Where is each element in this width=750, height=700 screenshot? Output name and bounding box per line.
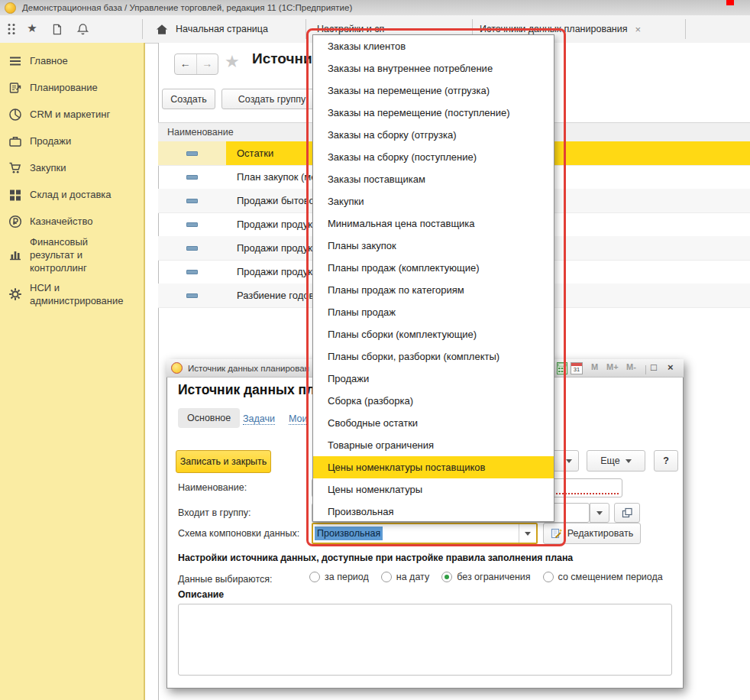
sidebar-item-main[interactable]: Главное xyxy=(0,47,144,74)
tab-home[interactable]: Начальная страница xyxy=(144,15,316,43)
schema-dropdown-button[interactable] xyxy=(519,524,536,543)
dropdown-item[interactable]: Заказы клиентов xyxy=(313,35,554,57)
more-actions-button[interactable]: Еще xyxy=(587,450,645,472)
planning-source-type-dropdown: Заказы клиентов Заказы на внутреннее пот… xyxy=(312,34,554,522)
create-group-button-label: Создать группу xyxy=(238,94,305,105)
dropdown-item[interactable]: Минимальная цена поставщика xyxy=(313,212,554,235)
dropdown-item[interactable]: Цены номенклатуры xyxy=(313,478,554,501)
window-title: Демонстрационная база / Управление торго… xyxy=(22,3,352,12)
tab-close-icon[interactable]: × xyxy=(635,24,642,35)
window-close-fragment[interactable] xyxy=(726,0,734,5)
memory-subtract-button[interactable]: M- xyxy=(626,362,636,371)
dropdown-item[interactable]: Планы продаж xyxy=(313,301,554,323)
radio-label: со смещением периода xyxy=(558,572,663,582)
nav-history-buttons: ← → xyxy=(174,53,218,75)
notifications-bell-icon[interactable] xyxy=(75,21,90,37)
create-button[interactable]: Создать xyxy=(162,89,215,109)
sidebar-item-planning[interactable]: Планирование xyxy=(0,74,144,101)
dropdown-item[interactable]: Закупки xyxy=(313,190,554,212)
dropdown-item[interactable]: Свободные остатки xyxy=(313,412,554,434)
sidebar-item-label: Главное xyxy=(30,55,68,66)
group-dropdown-button[interactable] xyxy=(590,503,609,523)
item-dash-icon xyxy=(186,151,198,156)
radio-option-period[interactable]: за период xyxy=(309,572,369,582)
sections-panel-icon[interactable] xyxy=(5,21,20,37)
chevron-down-icon xyxy=(566,459,572,466)
data-select-label: Данные выбираются: xyxy=(178,574,272,585)
sidebar-item-label: Планирование xyxy=(30,82,98,93)
radio-label: без ограничения xyxy=(457,572,530,582)
dropdown-item[interactable]: Заказы на перемещение (поступление) xyxy=(313,102,554,124)
schema-combobox[interactable]: Произвольная xyxy=(312,523,538,544)
radio-option-date[interactable]: на дату xyxy=(381,572,429,582)
favorites-icon[interactable]: ★ xyxy=(24,21,40,36)
dialog-title: Источник данных планирован xyxy=(188,364,309,373)
create-group-button[interactable]: Создать группу xyxy=(221,89,322,109)
radio-option-no-limit[interactable]: без ограничения xyxy=(441,572,530,582)
treasury-icon xyxy=(8,214,23,229)
dropdown-item[interactable]: Планы продаж (комплектующие) xyxy=(313,257,554,279)
item-dash-icon xyxy=(186,246,198,251)
favorite-star-icon[interactable]: ★ xyxy=(225,52,240,72)
memory-add-button[interactable]: M+ xyxy=(606,362,619,371)
dropdown-item[interactable]: Товарные ограничения xyxy=(313,434,554,456)
sidebar-item-treasury[interactable]: Казначейство xyxy=(0,208,144,235)
dialog-tab-main[interactable]: Основное xyxy=(178,408,240,428)
calculator-icon[interactable] xyxy=(557,362,567,374)
dropdown-item[interactable]: Планы сборки, разборки (комплекты) xyxy=(313,345,554,368)
dialog-tab-tasks[interactable]: Задачи xyxy=(243,413,275,425)
create-button-label: Создать xyxy=(170,94,207,105)
edit-schema-label: Редактировать xyxy=(567,528,633,539)
group-open-button[interactable] xyxy=(614,503,640,523)
dropdown-item[interactable]: Заказы на сборку (отгрузка) xyxy=(313,124,554,146)
item-dash-icon xyxy=(186,270,198,274)
sidebar-item-label: Продажи xyxy=(30,135,71,147)
item-dash-icon xyxy=(186,199,198,203)
dialog-maximize-button[interactable]: □ xyxy=(651,361,657,373)
planning-icon xyxy=(8,80,23,96)
dropdown-item[interactable]: Заказы на внутреннее потребление xyxy=(313,57,554,79)
sidebar-item-crm[interactable]: CRM и маркетинг xyxy=(0,101,144,128)
dropdown-item[interactable]: Сборка (разборка) xyxy=(313,390,554,412)
help-button[interactable]: ? xyxy=(654,450,678,472)
history-icon[interactable] xyxy=(49,21,64,37)
radio-option-period-shift[interactable]: со смещением периода xyxy=(543,572,663,582)
dialog-tab-main-label: Основное xyxy=(187,413,231,423)
save-and-close-button[interactable]: Записать и закрыть xyxy=(176,450,271,473)
memory-recall-button[interactable]: M xyxy=(591,362,598,371)
description-textarea[interactable] xyxy=(178,604,672,676)
sales-icon xyxy=(8,134,23,149)
menu-icon xyxy=(8,53,23,69)
window-titlebar: Демонстрационная база / Управление торго… xyxy=(0,0,750,16)
dropdown-item[interactable]: Планы сборки (комплектующие) xyxy=(313,323,554,345)
dialog-close-button[interactable]: × xyxy=(668,361,674,373)
sidebar-item-sales[interactable]: Продажи xyxy=(0,128,144,154)
dropdown-item[interactable]: Произвольная xyxy=(313,501,554,523)
sidebar-item-admin[interactable]: НСИ и администрирование xyxy=(0,274,144,314)
calendar-icon[interactable]: 31 xyxy=(571,362,583,374)
sidebar-item-label: CRM и маркетинг xyxy=(30,109,110,120)
calendar-day-label: 31 xyxy=(571,366,582,374)
edit-schema-button[interactable]: Редактировать xyxy=(543,523,641,544)
sidebar-item-warehouse[interactable]: Склад и доставка xyxy=(0,181,144,208)
dropdown-item[interactable]: Планы закупок xyxy=(313,235,554,257)
back-button[interactable]: ← xyxy=(175,54,197,74)
sidebar-item-label: Казначейство xyxy=(30,216,92,227)
forward-button[interactable]: → xyxy=(197,54,218,74)
dropdown-item[interactable]: Планы продаж по категориям xyxy=(313,279,554,301)
sidebar-item-purchases[interactable]: Закупки xyxy=(0,154,144,181)
dropdown-item[interactable]: Заказы на сборку (поступление) xyxy=(313,146,554,168)
sections-sidebar: Главное Планирование CRM и маркетинг Про… xyxy=(0,43,145,700)
magic-wand-icon xyxy=(551,527,563,540)
dropdown-item[interactable]: Заказы поставщикам xyxy=(313,168,554,190)
dropdown-item[interactable]: Продажи xyxy=(313,368,554,390)
schema-selected-value: Произвольная xyxy=(315,527,383,540)
dropdown-item-highlighted[interactable]: Цены номенклатуры поставщиков xyxy=(313,456,554,478)
dropdown-item[interactable]: Заказы на перемещение (отгрузка) xyxy=(313,79,554,102)
schema-field-label: Схема компоновки данных: xyxy=(178,528,299,539)
dialog-tab-my[interactable]: Мои xyxy=(289,413,308,425)
table-header-name: Наименование xyxy=(158,127,234,138)
app-icon xyxy=(5,2,16,14)
open-form-icon xyxy=(622,507,632,518)
sidebar-item-finance[interactable]: Финансовый результат и контроллинг xyxy=(0,235,144,274)
